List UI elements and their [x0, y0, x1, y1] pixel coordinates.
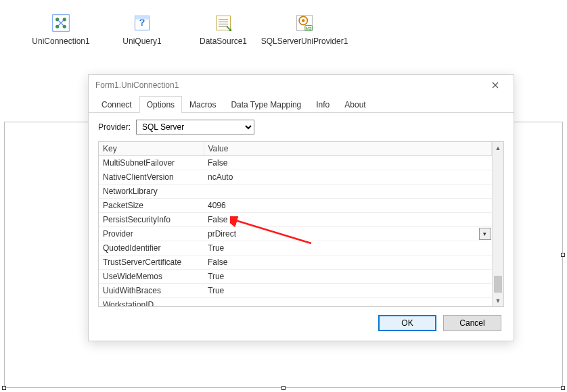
table-row[interactable]: QuotedIdentifierTrue	[99, 241, 492, 255]
resize-handle[interactable]	[561, 253, 565, 257]
tab-macros[interactable]: Macros	[182, 96, 223, 113]
resize-handle[interactable]	[2, 386, 6, 390]
grid-key-cell[interactable]: TrustServerCertificate	[99, 255, 204, 270]
grid-value-cell[interactable]: False	[204, 156, 492, 170]
dropdown-button[interactable]: ▾	[479, 228, 491, 240]
provider-select[interactable]: SQL Server	[136, 120, 254, 134]
svg-point-16	[302, 19, 304, 22]
component-label: UniConnection1	[30, 36, 91, 46]
component-label: DataSource1	[198, 36, 248, 46]
grid-key-cell[interactable]: WorkstationID	[99, 298, 204, 307]
tab-data-type-mapping[interactable]: Data Type Mapping	[223, 96, 309, 113]
uniquery-icon: ?	[133, 14, 152, 32]
svg-text:MS: MS	[306, 26, 312, 30]
tab-about[interactable]: About	[337, 96, 373, 113]
grid-value-cell[interactable]	[204, 298, 492, 307]
provider-label: Provider:	[98, 122, 131, 132]
component-uniquery[interactable]: ? UniQuery1	[108, 14, 176, 46]
grid-value-cell[interactable]: ncAuto	[204, 170, 492, 185]
table-row[interactable]: TrustServerCertificateFalse	[99, 255, 492, 270]
component-sqlserverprovider[interactable]: MS SQLServerUniProvider1	[271, 14, 338, 46]
close-button[interactable]	[484, 77, 507, 93]
table-row[interactable]: PersistSecurityInfoFalse	[99, 213, 492, 227]
component-uniconnection[interactable]: UniConnection1	[27, 14, 95, 46]
component-label: SQLServerUniProvider1	[260, 36, 350, 46]
grid-header-value[interactable]: Value	[204, 142, 492, 156]
options-grid[interactable]: Key Value MultiSubnetFailoverFalseNative…	[99, 142, 492, 306]
cancel-button[interactable]: Cancel	[443, 315, 501, 331]
dialog-tabs: Connect Options Macros Data Type Mapping…	[89, 95, 514, 113]
table-row[interactable]: WorkstationID	[99, 298, 492, 307]
dialog-title: Form1.UniConnection1	[95, 80, 179, 90]
grid-key-cell[interactable]: NativeClientVersion	[99, 170, 204, 185]
scroll-thumb[interactable]	[494, 276, 502, 293]
close-icon	[492, 82, 499, 89]
grid-key-cell[interactable]: PacketSize	[99, 199, 204, 213]
tab-connect[interactable]: Connect	[94, 96, 139, 113]
grid-key-cell[interactable]: PersistSecurityInfo	[99, 213, 204, 227]
grid-value-cell[interactable]: 4096	[204, 199, 492, 213]
tab-options[interactable]: Options	[139, 96, 182, 113]
grid-key-cell[interactable]: MultiSubnetFailover	[99, 156, 204, 170]
table-row[interactable]: UseWideMemosTrue	[99, 270, 492, 284]
ok-button[interactable]: OK	[378, 315, 436, 331]
datasource-icon	[214, 14, 233, 32]
table-row[interactable]: NetworkLibrary	[99, 185, 492, 199]
component-label: UniQuery1	[121, 36, 162, 46]
resize-handle[interactable]	[561, 386, 565, 390]
chevron-down-icon: ▾	[483, 230, 486, 237]
connection-dialog: Form1.UniConnection1 Connect Options Mac…	[88, 74, 514, 341]
component-datasource[interactable]: DataSource1	[189, 14, 257, 46]
uniconnection-icon	[51, 14, 70, 32]
table-row[interactable]: NativeClientVersionncAuto	[99, 170, 492, 185]
grid-key-cell[interactable]: UseWideMemos	[99, 270, 204, 284]
grid-key-cell[interactable]: QuotedIdentifier	[99, 241, 204, 255]
dialog-titlebar[interactable]: Form1.UniConnection1	[89, 75, 514, 95]
grid-header-key[interactable]: Key	[99, 142, 204, 156]
scroll-up-icon[interactable]: ▲	[493, 142, 503, 153]
grid-scrollbar[interactable]: ▲ ▼	[492, 142, 503, 306]
resize-handle[interactable]	[281, 386, 286, 390]
grid-key-cell[interactable]: NetworkLibrary	[99, 185, 204, 199]
grid-value-cell[interactable]: True	[204, 241, 492, 255]
grid-value-cell[interactable]: True	[204, 270, 492, 284]
table-row[interactable]: ProviderprDirect▾	[99, 227, 492, 241]
grid-value-cell[interactable]: False	[204, 213, 492, 227]
grid-key-cell[interactable]: UuidWithBraces	[99, 284, 204, 298]
grid-value-cell[interactable]: True	[204, 284, 492, 298]
table-row[interactable]: PacketSize4096	[99, 199, 492, 213]
table-row[interactable]: UuidWithBracesTrue	[99, 284, 492, 298]
grid-value-cell[interactable]: False	[204, 255, 492, 270]
grid-value-cell[interactable]: prDirect▾	[204, 227, 492, 241]
table-row[interactable]: MultiSubnetFailoverFalse	[99, 156, 492, 170]
scroll-down-icon[interactable]: ▼	[493, 295, 503, 306]
svg-rect-7	[135, 16, 150, 20]
sqlserverprovider-icon: MS	[295, 14, 314, 32]
tab-info[interactable]: Info	[309, 96, 337, 113]
grid-key-cell[interactable]: Provider	[99, 227, 204, 241]
grid-value-cell[interactable]	[204, 185, 492, 199]
